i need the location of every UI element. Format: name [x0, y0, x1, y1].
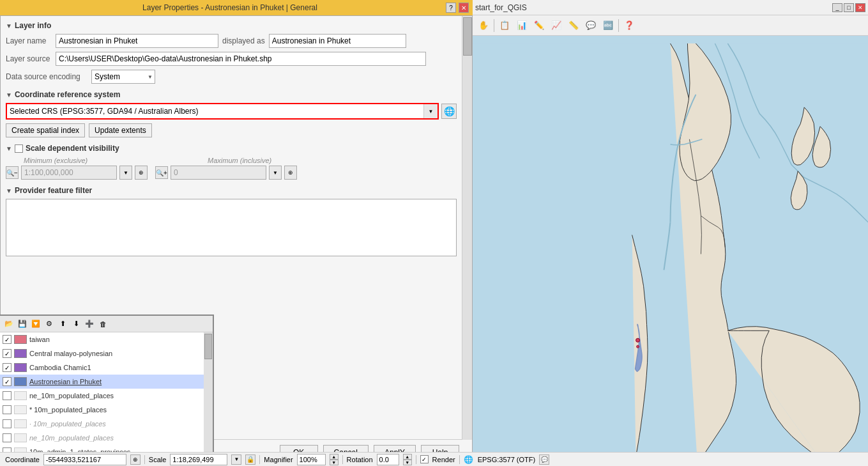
- rotation-input[interactable]: [377, 454, 399, 465]
- layer-swatch: [14, 433, 27, 442]
- layer-checkbox[interactable]: ✓: [3, 377, 11, 386]
- toolbar-text-btn[interactable]: 🔤: [600, 17, 616, 34]
- layer-checkbox[interactable]: [3, 419, 11, 428]
- list-item[interactable]: ✓ taiwan: [0, 332, 213, 346]
- magnifier-up-btn[interactable]: ▲: [330, 454, 339, 460]
- scale-dropdown-btn[interactable]: ▼: [231, 454, 241, 465]
- layer-tool-down[interactable]: ⬇: [70, 318, 82, 330]
- maximum-label: Maximum (inclusive): [208, 157, 271, 164]
- displayed-as-label: displayed as: [222, 36, 265, 45]
- scale-checkbox[interactable]: [15, 144, 23, 153]
- list-item[interactable]: ne_10m_populated_places: [0, 389, 213, 403]
- scale-input[interactable]: [170, 454, 227, 465]
- qgis-close-btn[interactable]: ✕: [855, 3, 865, 12]
- svg-point-2: [637, 345, 639, 348]
- list-item[interactable]: * 10m_populated_places: [0, 403, 213, 417]
- layer-source-label: Layer source: [6, 54, 52, 63]
- map-canvas[interactable]: [473, 36, 868, 466]
- scale-labels-row: Minimum (exclusive) Maximum (inclusive): [6, 157, 457, 164]
- layer-swatch: [14, 419, 27, 428]
- current-extent-btn[interactable]: ⊕: [135, 166, 148, 180]
- render-checkbox[interactable]: ✓: [420, 455, 429, 463]
- set-current-scale-btn[interactable]: ⊕: [284, 166, 297, 180]
- dialog-help-btn[interactable]: ?: [446, 3, 456, 13]
- layer-tool-filter[interactable]: 🔽: [29, 318, 42, 330]
- magnifier-input[interactable]: [297, 454, 326, 465]
- scale-arrow: ▼: [6, 145, 12, 152]
- scale-label: Scale: [149, 456, 167, 463]
- qgis-maximize-btn[interactable]: □: [844, 3, 854, 12]
- dialog-scrollbar[interactable]: [462, 16, 472, 440]
- layer-name-label: Layer name: [6, 36, 52, 45]
- create-spatial-index-btn[interactable]: Create spatial index: [6, 123, 85, 137]
- qgis-window: start_for_QGIS _ □ ✕ ✋ 📋 📊 ✏️ 📈 📏 💬 🔤 ❓: [473, 0, 868, 466]
- list-item[interactable]: 10m_admin_1_states_provinces...: [0, 445, 213, 452]
- scrollbar-thumb[interactable]: [463, 17, 472, 56]
- coordinate-label: Coordinate: [5, 456, 40, 463]
- layer-checkbox[interactable]: ✓: [3, 363, 11, 372]
- layer-name: Central malayo-polynesian: [29, 350, 112, 357]
- update-extents-btn[interactable]: Update extents: [89, 123, 152, 137]
- messages-btn[interactable]: 💬: [539, 454, 549, 465]
- layer-tool-save[interactable]: 💾: [16, 318, 29, 330]
- encoding-select-wrapper[interactable]: System ▼: [91, 70, 155, 84]
- toolbar-comment-btn[interactable]: 💬: [582, 17, 599, 34]
- layer-tool-up[interactable]: ⬆: [56, 318, 69, 330]
- magnifier-down-btn[interactable]: ▼: [330, 460, 339, 465]
- toolbar-stats-btn[interactable]: 📈: [548, 17, 565, 34]
- crs-input-wrapper: ▼: [6, 103, 439, 120]
- layer-swatch: [14, 335, 27, 344]
- rotation-down-btn[interactable]: ▼: [403, 460, 412, 465]
- status-sep-5: [459, 455, 460, 464]
- maximum-scale-input[interactable]: [171, 166, 266, 180]
- crs-input[interactable]: [7, 104, 423, 118]
- layer-checkbox[interactable]: [3, 405, 11, 414]
- toolbar-layers-btn[interactable]: 📋: [496, 17, 513, 34]
- toolbar-help-btn[interactable]: ❓: [621, 17, 637, 34]
- layers-scroll-thumb[interactable]: [204, 334, 212, 359]
- list-item[interactable]: · 10m_populated_places: [0, 417, 213, 431]
- minimum-scale-input[interactable]: [21, 166, 117, 180]
- scale-zoom-out-btn[interactable]: 🔍−: [6, 166, 19, 179]
- list-item[interactable]: ✓ Cambodia Chamic1: [0, 361, 213, 375]
- layer-name-input[interactable]: [56, 34, 218, 48]
- toolbar-pan-btn[interactable]: ✋: [475, 17, 492, 34]
- layer-tool-add[interactable]: ➕: [83, 318, 96, 330]
- status-sep-1: [144, 455, 145, 464]
- encoding-select[interactable]: System: [91, 70, 155, 84]
- list-item[interactable]: ✓ Austronesian in Phuket: [0, 375, 213, 389]
- toolbar-measure-btn[interactable]: 📏: [565, 17, 582, 34]
- qgis-titlebar: start_for_QGIS _ □ ✕: [473, 0, 868, 15]
- layer-tool-open[interactable]: 📂: [3, 318, 15, 330]
- rotation-up-btn[interactable]: ▲: [403, 454, 412, 460]
- toolbar-edit-btn[interactable]: ✏️: [531, 17, 547, 34]
- minimum-scale-dropdown[interactable]: ▼: [119, 166, 132, 180]
- layer-tool-settings[interactable]: ⚙: [43, 318, 56, 330]
- toolbar-table-btn[interactable]: 📊: [514, 17, 530, 34]
- crs-title: Coordinate reference system: [15, 90, 120, 99]
- layer-checkbox[interactable]: ✓: [3, 335, 11, 344]
- filter-textbox[interactable]: [6, 199, 457, 256]
- scale-zoom-in-btn[interactable]: 🔍+: [155, 166, 168, 179]
- map-svg: [473, 36, 868, 466]
- dialog-close-btn[interactable]: ✕: [459, 3, 469, 13]
- coordinate-icon[interactable]: ⊕: [130, 454, 141, 465]
- epsg-label: EPSG:3577 (OTF): [478, 456, 535, 463]
- qgis-minimize-btn[interactable]: _: [832, 3, 842, 12]
- layer-source-input[interactable]: [56, 52, 426, 66]
- encoding-row: Data source encoding System ▼: [6, 70, 457, 84]
- layer-checkbox[interactable]: [3, 391, 11, 400]
- epsg-globe-icon: 🌐: [464, 454, 474, 465]
- displayed-as-input[interactable]: [269, 34, 406, 48]
- layer-checkbox[interactable]: ✓: [3, 349, 11, 358]
- layer-checkbox[interactable]: [3, 433, 11, 442]
- crs-dropdown-btn[interactable]: ▼: [423, 104, 438, 118]
- maximum-scale-dropdown[interactable]: ▼: [269, 166, 282, 180]
- coordinate-input[interactable]: [43, 454, 126, 465]
- list-item[interactable]: ✓ Central malayo-polynesian: [0, 346, 213, 361]
- layer-tool-remove[interactable]: 🗑: [96, 318, 109, 330]
- layers-scrollbar[interactable]: [204, 332, 213, 452]
- crs-globe-btn[interactable]: 🌐: [441, 104, 457, 119]
- list-item[interactable]: ne_10m_populated_places: [0, 431, 213, 445]
- layer-checkbox[interactable]: [3, 447, 11, 452]
